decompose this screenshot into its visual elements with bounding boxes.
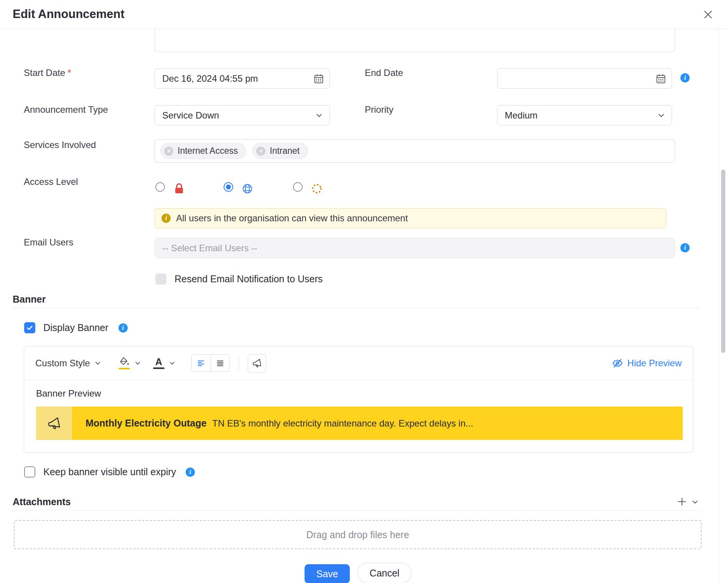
priority-select[interactable]: Medium <box>497 105 672 125</box>
services-involved-label: Services Involved <box>24 140 96 150</box>
required-marker: * <box>68 68 71 78</box>
chevron-down-icon <box>168 359 176 367</box>
chevron-down-icon <box>134 359 142 367</box>
add-attachment-icon[interactable] <box>677 496 687 507</box>
email-users-label: Email Users <box>24 237 73 248</box>
banner-title: Monthly Electricity Outage <box>86 418 206 429</box>
info-icon[interactable]: i <box>680 73 690 82</box>
align-left-button[interactable] <box>192 355 211 371</box>
email-users-input[interactable] <box>155 238 675 258</box>
start-date-field[interactable] <box>155 68 330 89</box>
chevron-down-icon <box>657 111 666 120</box>
checkbox-unchecked[interactable] <box>155 273 166 285</box>
notice-info-icon: i <box>161 214 171 223</box>
description-textarea[interactable] <box>155 29 675 52</box>
banner-text: TN EB's monthly electricity maintenance … <box>212 418 473 429</box>
scrollbar-thumb[interactable] <box>721 170 725 353</box>
end-date-label: End Date <box>365 68 403 78</box>
chevron-down-icon <box>94 359 102 367</box>
info-icon[interactable]: i <box>119 323 128 333</box>
align-justify-icon <box>216 359 224 367</box>
chevron-down-icon <box>315 111 324 120</box>
announcement-type-label: Announcement Type <box>24 104 108 115</box>
info-icon[interactable]: i <box>186 468 195 477</box>
remove-chip-icon[interactable] <box>256 147 265 156</box>
close-icon[interactable] <box>702 9 714 20</box>
banner-preview-label: Banner Preview <box>36 388 101 399</box>
display-banner-row[interactable]: Display Banner i <box>24 322 128 333</box>
access-level-label: Access Level <box>24 176 78 187</box>
announcement-style-button[interactable] <box>248 354 266 372</box>
chip-label: Intranet <box>270 146 300 156</box>
paint-bucket-icon <box>119 357 129 367</box>
megaphone-icon <box>251 357 263 369</box>
start-date-label: Start Date* <box>24 68 71 78</box>
toolbar-divider <box>239 356 239 370</box>
radio-unselected[interactable] <box>155 182 165 192</box>
banner-section-title: Banner <box>13 294 46 305</box>
globe-icon <box>242 183 253 194</box>
lock-icon <box>173 183 185 194</box>
radio-unselected[interactable] <box>293 182 303 192</box>
cancel-button[interactable]: Cancel <box>357 563 412 583</box>
highlight-color-bar <box>119 368 130 369</box>
highlight-color-button[interactable] <box>119 357 142 369</box>
info-icon[interactable]: i <box>680 243 690 252</box>
announcement-type-value: Service Down <box>162 110 219 121</box>
keep-banner-label: Keep banner visible until expiry <box>43 466 176 478</box>
access-level-option-public[interactable] <box>224 180 253 194</box>
align-left-icon <box>197 359 205 367</box>
hide-preview-button[interactable]: Hide Preview <box>612 357 682 369</box>
banner-body: Monthly Electricity Outage TN EB's month… <box>72 407 683 440</box>
checkbox-checked[interactable] <box>24 322 35 333</box>
banner-megaphone-cell <box>36 407 72 440</box>
banner-preview: Monthly Electricity Outage TN EB's month… <box>36 407 683 440</box>
style-selector-value: Custom Style <box>35 358 90 369</box>
divider <box>13 510 701 511</box>
start-date-input[interactable] <box>155 68 330 89</box>
end-date-field[interactable] <box>497 68 672 89</box>
style-selector-dropdown[interactable]: Custom Style <box>35 358 102 369</box>
hide-preview-label: Hide Preview <box>628 358 682 369</box>
start-date-label-text: Start Date <box>24 68 65 78</box>
announcement-type-select[interactable]: Service Down <box>155 105 330 125</box>
scrollbar-track <box>718 29 719 583</box>
eye-slash-icon <box>612 357 623 369</box>
calendar-icon[interactable] <box>656 73 666 84</box>
divider <box>13 308 701 308</box>
chevron-down-icon[interactable] <box>691 498 699 506</box>
checkbox-unchecked[interactable] <box>24 466 35 478</box>
services-involved-field[interactable]: Internet Access Intranet <box>155 139 675 163</box>
access-level-option-private[interactable] <box>155 180 185 194</box>
remove-chip-icon[interactable] <box>164 147 173 156</box>
calendar-icon[interactable] <box>313 73 324 84</box>
end-date-input[interactable] <box>497 68 672 89</box>
chip-label: Internet Access <box>178 146 238 156</box>
service-chip: Internet Access <box>160 143 246 159</box>
access-level-notice: i All users in the organisation can view… <box>155 208 666 228</box>
priority-value: Medium <box>505 110 537 121</box>
email-users-field[interactable] <box>155 238 675 258</box>
alignment-group <box>191 354 230 372</box>
keep-banner-row[interactable]: Keep banner visible until expiry i <box>24 466 195 478</box>
text-color-button[interactable]: A <box>153 357 176 369</box>
banner-toolbar: Custom Style A <box>24 346 693 380</box>
display-banner-label: Display Banner <box>43 322 109 333</box>
modal-header: Edit Announcement <box>0 0 728 29</box>
text-color-bar <box>153 367 165 369</box>
resend-email-row[interactable]: Resend Email Notification to Users <box>155 273 323 285</box>
notice-text: All users in the organisation can view t… <box>176 213 408 224</box>
radio-selected[interactable] <box>224 182 233 192</box>
save-button[interactable]: Save <box>305 564 350 583</box>
text-color-icon: A <box>155 357 162 366</box>
access-level-option-organization[interactable] <box>293 180 323 194</box>
align-justify-button[interactable] <box>211 355 229 371</box>
priority-label: Priority <box>365 104 394 115</box>
banner-editor: Custom Style A <box>24 346 693 453</box>
attachments-dropzone[interactable]: Drag and drop files here <box>14 520 702 549</box>
megaphone-icon <box>46 415 63 431</box>
dropzone-text: Drag and drop files here <box>306 529 409 540</box>
service-chip: Intranet <box>252 143 308 159</box>
organization-icon <box>311 183 323 194</box>
page-title: Edit Announcement <box>13 7 125 21</box>
